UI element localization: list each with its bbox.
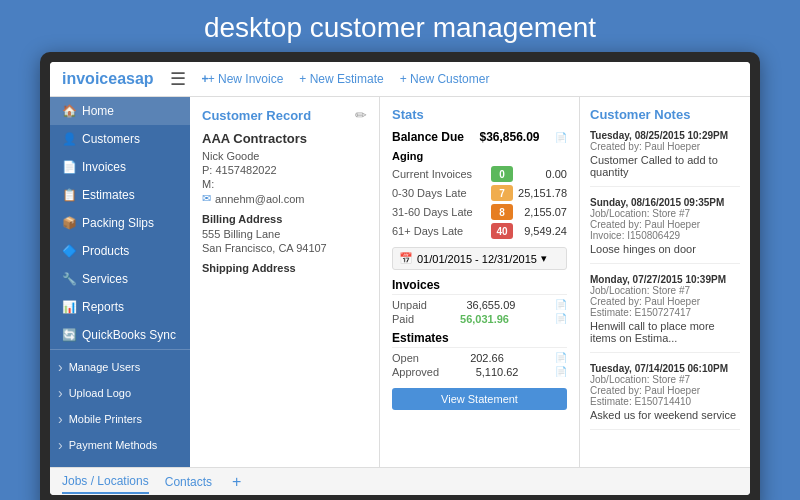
sidebar-icon: 📊 (62, 300, 76, 314)
sidebar-bottom: Manage UsersUpload LogoMobile PrintersPa… (50, 350, 190, 458)
new-invoice-button[interactable]: + + New Invoice (202, 72, 284, 86)
note-text: Asked us for weekend service (590, 409, 740, 421)
note-date: Tuesday, 07/14/2015 06:10PM (590, 363, 740, 374)
sidebar-label: Invoices (82, 160, 126, 174)
tab-contacts[interactable]: Contacts (165, 471, 212, 493)
sidebar-bottom-label: Payment Methods (69, 439, 158, 451)
invoices-section: Invoices Unpaid 36,655.09 📄 Paid 56,031.… (392, 278, 567, 325)
note-text: Henwill call to place more items on Esti… (590, 320, 740, 344)
content-area: Customer Record ✏ AAA Contractors Nick G… (190, 97, 750, 467)
aging-row: 61+ Days Late 40 9,549.24 (392, 223, 567, 239)
sidebar-item-products[interactable]: 🔷Products (50, 237, 190, 265)
approved-doc-icon[interactable]: 📄 (555, 366, 567, 378)
aging-badge: 0 (491, 166, 513, 182)
new-customer-button[interactable]: + New Customer (400, 72, 490, 86)
unpaid-doc-icon[interactable]: 📄 (555, 299, 567, 311)
invoices-section-title: Invoices (392, 278, 567, 295)
sidebar-nav: 🏠Home👤Customers📄Invoices📋Estimates📦Packi… (50, 97, 190, 350)
monitor-outer: invoiceasap ☰ + + New Invoice + New Esti… (40, 52, 760, 500)
tab-jobs-locations[interactable]: Jobs / Locations (62, 470, 149, 494)
sidebar-item-customers[interactable]: 👤Customers (50, 125, 190, 153)
note-date: Tuesday, 08/25/2015 10:29PM (590, 130, 740, 141)
sidebar-item-packing-slips[interactable]: 📦Packing Slips (50, 209, 190, 237)
aging-badge: 8 (491, 204, 513, 220)
open-label: Open (392, 352, 419, 364)
aging-amount: 2,155.07 (517, 206, 567, 218)
estimates-section: Estimates Open 202.66 📄 Approved 5,110.6… (392, 331, 567, 378)
sidebar-bottom-item-upload-logo[interactable]: Upload Logo (50, 380, 190, 406)
balance-row: Balance Due $36,856.09 📄 (392, 130, 567, 144)
sidebar-item-invoices[interactable]: 📄Invoices (50, 153, 190, 181)
sidebar-bottom-item-manage-users[interactable]: Manage Users (50, 354, 190, 380)
email-address[interactable]: annehm@aol.com (215, 193, 304, 205)
note-date: Sunday, 08/16/2015 09:35PM (590, 197, 740, 208)
email-icon: ✉ (202, 192, 211, 205)
chevron-down-icon: ▾ (541, 252, 547, 265)
new-estimate-button[interactable]: + New Estimate (299, 72, 383, 86)
sidebar-label: Products (82, 244, 129, 258)
customer-record-title: Customer Record (202, 108, 311, 123)
edit-icon[interactable]: ✏ (355, 107, 367, 123)
sidebar-icon: 🔄 (62, 328, 76, 342)
aging-label: Current Invoices (392, 168, 487, 180)
balance-doc-icon[interactable]: 📄 (555, 132, 567, 143)
phone-line: P: 4157482022 (202, 164, 367, 176)
sidebar-label: Estimates (82, 188, 135, 202)
aging-label: 0-30 Days Late (392, 187, 487, 199)
sidebar-label: Packing Slips (82, 216, 154, 230)
unpaid-value: 36,655.09 (466, 299, 515, 311)
date-range-text: 01/01/2015 - 12/31/2015 (417, 253, 537, 265)
paid-value: 56,031.96 (460, 313, 509, 325)
sidebar-item-estimates[interactable]: 📋Estimates (50, 181, 190, 209)
email-line: ✉ annehm@aol.com (202, 192, 367, 205)
note-item: Tuesday, 07/14/2015 06:10PM Job/Location… (590, 363, 740, 430)
unpaid-label: Unpaid (392, 299, 427, 311)
note-meta: Job/Location: Store #7Created by: Paul H… (590, 208, 740, 241)
stats-title: Stats (392, 107, 567, 122)
sidebar-item-reports[interactable]: 📊Reports (50, 293, 190, 321)
sidebar-bottom-item-mobile-printers[interactable]: Mobile Printers (50, 406, 190, 432)
add-tab-icon[interactable]: + (232, 473, 241, 491)
main-layout: 🏠Home👤Customers📄Invoices📋Estimates📦Packi… (50, 97, 750, 467)
aging-row: Current Invoices 0 0.00 (392, 166, 567, 182)
sidebar-icon: 👤 (62, 132, 76, 146)
calendar-icon: 📅 (399, 252, 413, 265)
hamburger-icon[interactable]: ☰ (170, 68, 186, 90)
note-item: Tuesday, 08/25/2015 10:29PM Created by: … (590, 130, 740, 187)
note-item: Sunday, 08/16/2015 09:35PM Job/Location:… (590, 197, 740, 264)
bottom-tabs: Jobs / LocationsContacts+ (50, 467, 750, 495)
aging-title: Aging (392, 150, 567, 162)
aging-amount: 0.00 (517, 168, 567, 180)
balance-label: Balance Due (392, 130, 464, 144)
aging-row: 0-30 Days Late 7 25,151.78 (392, 185, 567, 201)
contact-name: Nick Goode (202, 150, 367, 162)
aging-badge: 40 (491, 223, 513, 239)
aging-amount: 25,151.78 (517, 187, 567, 199)
estimates-section-title: Estimates (392, 331, 567, 348)
page-title-heading: desktop customer management (0, 0, 800, 52)
sidebar-item-services[interactable]: 🔧Services (50, 265, 190, 293)
approved-label: Approved (392, 366, 439, 378)
customer-record-panel: Customer Record ✏ AAA Contractors Nick G… (190, 97, 380, 467)
sidebar-label: Customers (82, 132, 140, 146)
view-statement-button[interactable]: View Statement (392, 388, 567, 410)
note-text: Loose hinges on door (590, 243, 740, 255)
sidebar-item-quickbooks-sync[interactable]: 🔄QuickBooks Sync (50, 321, 190, 349)
customer-notes-panel: Customer Notes Tuesday, 08/25/2015 10:29… (580, 97, 750, 467)
top-bar: invoiceasap ☰ + + New Invoice + New Esti… (50, 62, 750, 97)
sidebar-icon: 🏠 (62, 104, 76, 118)
sidebar-icon: 🔧 (62, 272, 76, 286)
date-range[interactable]: 📅 01/01/2015 - 12/31/2015 ▾ (392, 247, 567, 270)
approved-value: 5,110.62 (476, 366, 519, 378)
open-doc-icon[interactable]: 📄 (555, 352, 567, 364)
sidebar-item-home[interactable]: 🏠Home (50, 97, 190, 125)
paid-label: Paid (392, 313, 414, 325)
note-meta: Created by: Paul Hoeper (590, 141, 740, 152)
note-meta: Job/Location: Store #7Created by: Paul H… (590, 374, 740, 407)
sidebar-bottom-label: Mobile Printers (69, 413, 142, 425)
billing-city: San Francisco, CA 94107 (202, 242, 367, 254)
paid-doc-icon[interactable]: 📄 (555, 313, 567, 325)
sidebar-label: Services (82, 272, 128, 286)
aging-label: 61+ Days Late (392, 225, 487, 237)
sidebar-bottom-item-payment-methods[interactable]: Payment Methods (50, 432, 190, 458)
